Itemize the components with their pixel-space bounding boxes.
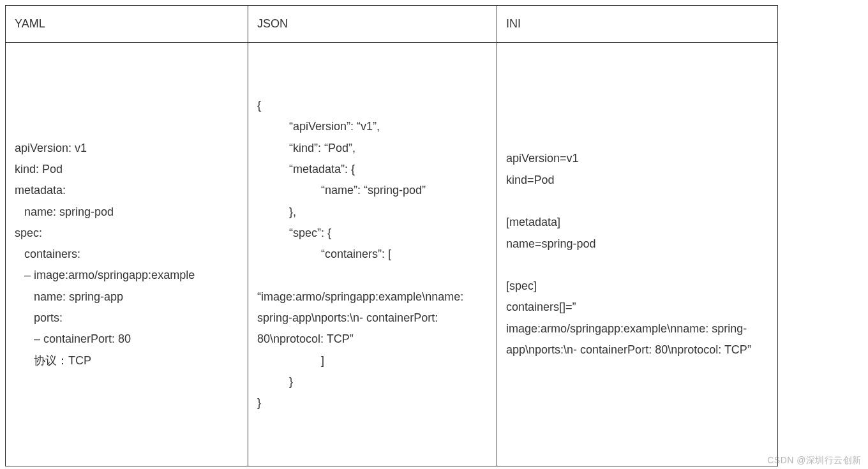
header-ini: INI	[497, 6, 778, 43]
ini-code: apiVersion=v1 kind=Pod [metadata] name=s…	[506, 148, 768, 361]
yaml-code: apiVersion: v1 kind: Pod metadata: name:…	[15, 138, 195, 371]
body-row: apiVersion: v1 kind: Pod metadata: name:…	[6, 43, 778, 466]
header-yaml: YAML	[6, 6, 248, 43]
cell-ini: apiVersion=v1 kind=Pod [metadata] name=s…	[497, 43, 778, 466]
cell-yaml: apiVersion: v1 kind: Pod metadata: name:…	[6, 43, 248, 466]
header-row: YAML JSON INI	[6, 6, 778, 43]
cell-json: { “apiVersion”: “v1”, “kind”: “Pod”, “me…	[248, 43, 497, 466]
watermark-text: CSDN @深圳行云创新	[767, 452, 862, 469]
json-code: { “apiVersion”: “v1”, “kind”: “Pod”, “me…	[257, 95, 488, 413]
header-json: JSON	[248, 6, 497, 43]
comparison-table: YAML JSON INI apiVersion: v1 kind: Pod m…	[5, 5, 778, 466]
